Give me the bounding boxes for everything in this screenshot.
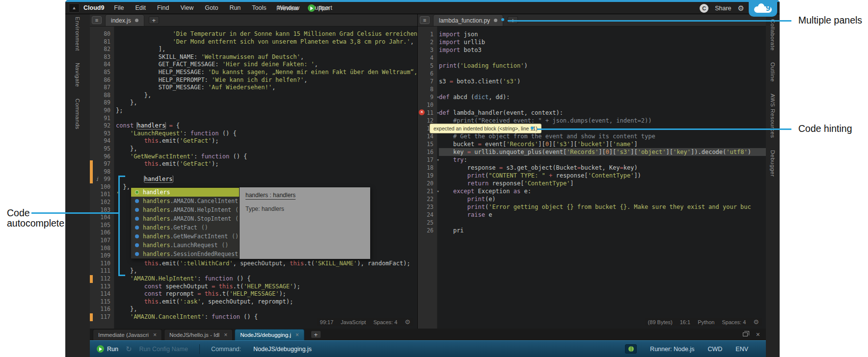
autocomplete-item-4[interactable]: handlers.GetFact () xyxy=(131,223,239,232)
maximize-icon[interactable] xyxy=(743,332,748,336)
rail-tab-debugger[interactable]: Debugger xyxy=(770,150,776,177)
code-line-21[interactable]: 21▾ except Exception as e: xyxy=(418,187,766,195)
new-tab-button[interactable]: + xyxy=(149,16,159,24)
run-config-name-field[interactable]: Run Config Name xyxy=(139,346,188,353)
autocomplete-item-5[interactable]: handlers.GetNewFactIntent () xyxy=(131,232,239,241)
debug-button[interactable] xyxy=(625,344,637,354)
autocomplete-item-2[interactable]: handlers.AMAZON.HelpIntent () xyxy=(131,205,239,214)
code-line-23[interactable]: 23 print('Error getting object {} from b… xyxy=(418,203,766,211)
rail-tab-environment[interactable]: Environment xyxy=(75,17,81,51)
code-line-22[interactable]: 22 print(e) xyxy=(418,195,766,203)
code-line-99[interactable]: i99 handlers xyxy=(90,176,417,183)
code-line-2[interactable]: 2import urllib xyxy=(418,38,766,46)
right-code-area[interactable]: 1import json2import urllib3import boto34… xyxy=(418,26,766,329)
rail-tab-aws-resources[interactable]: AWS Resources xyxy=(770,94,776,138)
code-line-6[interactable]: 6 xyxy=(418,70,766,77)
language-mode[interactable]: JavaScript xyxy=(341,319,366,325)
close-tab-icon[interactable]: × xyxy=(296,332,299,338)
code-line-93[interactable]: 93 'LaunchRequest': function () { xyxy=(90,130,417,138)
code-line-84[interactable]: 84 GET_FACT_MESSAGE: 'Hier sind deine Fa… xyxy=(90,61,417,69)
code-line-90[interactable]: 90}; xyxy=(90,107,417,115)
code-line-81[interactable]: 81 'Der Mond entfernt sich von unserem P… xyxy=(90,38,417,46)
code-line-18[interactable]: 18 response = s3.get_object(Bucket=bucke… xyxy=(418,164,766,172)
rail-tab-navigate[interactable]: Navigate xyxy=(75,63,81,87)
tab-list-icon[interactable]: ≡ xyxy=(420,16,430,24)
autocomplete-item-7[interactable]: handlers.SessionEndedRequest () xyxy=(131,250,239,258)
fold-arrow-icon[interactable]: ▾ xyxy=(437,93,439,101)
fold-arrow-icon[interactable]: ▾ xyxy=(437,109,439,117)
code-line-83[interactable]: 83 SKILL_NAME: 'Weltraumwissen auf Deuts… xyxy=(90,53,417,61)
code-line-8[interactable]: 8 xyxy=(418,85,766,93)
menu-item-find[interactable]: Find xyxy=(157,4,169,11)
code-line-15[interactable]: 15 bucket = event['Records'][0]['s3']['b… xyxy=(418,140,766,148)
code-line-4[interactable]: 4 xyxy=(418,54,766,62)
code-line-87[interactable]: 87 STOP_MESSAGE: 'Auf Wiedersehen!', xyxy=(90,84,417,92)
tab-index-js[interactable]: index.js xyxy=(105,14,144,26)
runner-selector[interactable]: Runner: Node.js xyxy=(650,346,694,353)
code-line-114[interactable]: 114 const reprompt = this.t('HELP_MESSAG… xyxy=(90,290,417,298)
console-tab-1[interactable]: NodeJS/hello.js - Idl× xyxy=(164,329,233,340)
menu-item-edit[interactable]: Edit xyxy=(136,4,146,11)
code-line-7[interactable]: 7s3 = boto3.client('s3') xyxy=(418,77,766,85)
run-button[interactable]: Run xyxy=(308,4,329,12)
code-line-91[interactable]: 91 xyxy=(90,115,417,123)
code-line-86[interactable]: 86 HELP_REPROMPT: 'Wie kann ich dir helf… xyxy=(90,76,417,84)
code-line-3[interactable]: 3import boto3 xyxy=(418,46,766,54)
code-line-26[interactable]: 26 pri xyxy=(418,227,766,234)
menu-item-goto[interactable]: Goto xyxy=(205,4,218,11)
editor-settings-gear-icon[interactable]: ⚙ xyxy=(753,319,759,325)
editor-settings-gear-icon[interactable]: ⚙ xyxy=(405,319,410,325)
close-console-icon[interactable]: × xyxy=(756,331,760,338)
menu-item-view[interactable]: View xyxy=(180,4,193,11)
fold-arrow-icon[interactable]: ▾ xyxy=(437,156,439,164)
collapse-menubar-button[interactable]: ▲ xyxy=(69,3,80,13)
code-line-11[interactable]: ✕11▾def lambda_handler(event, context): xyxy=(418,109,766,117)
code-line-16[interactable]: 16 key = urllib.unquote_plus(event['Reco… xyxy=(418,148,766,156)
code-line-19[interactable]: 19 print("CONTENT TYPE: " + response['Co… xyxy=(418,172,766,179)
command-value[interactable]: NodeJS/debugging.js xyxy=(253,346,312,353)
code-line-88[interactable]: 88 }, xyxy=(90,92,417,100)
gear-icon[interactable]: ⚙ xyxy=(738,4,744,12)
code-line-25[interactable]: 25 xyxy=(418,219,766,227)
code-line-20[interactable]: 20 return response['ContentType'] xyxy=(418,179,766,187)
code-line-116[interactable]: 116 }, xyxy=(90,306,417,313)
code-line-112[interactable]: 112 'AMAZON.HelpIntent': function () { xyxy=(90,275,417,283)
code-line-1[interactable]: 1import json xyxy=(418,30,766,38)
spaces-setting[interactable]: Spaces: 4 xyxy=(373,319,397,325)
code-line-113[interactable]: 113 const speechOutput = this.t('HELP_ME… xyxy=(90,283,417,291)
code-line-82[interactable]: 82 ], xyxy=(90,46,417,53)
console-tab-0[interactable]: Immediate (Javascri× xyxy=(93,329,162,340)
close-tab-icon[interactable]: × xyxy=(153,332,157,338)
preview-button[interactable]: Preview xyxy=(276,5,298,12)
code-line-85[interactable]: 85 HELP_MESSAGE: 'Du kannst sagen, „Nenn… xyxy=(90,69,417,76)
code-line-92[interactable]: 92const handlers = { xyxy=(90,122,417,130)
code-line-24[interactable]: 24 raise e xyxy=(418,211,766,219)
autocomplete-item-0[interactable]: handlers xyxy=(131,188,239,197)
rail-tab-outline[interactable]: Outline xyxy=(770,62,776,82)
code-line-115[interactable]: 115 this.emit(':ask', speechOutput, repr… xyxy=(90,298,417,306)
menu-item-tools[interactable]: Tools xyxy=(252,4,266,11)
code-line-80[interactable]: 80 'Die Temperatur in der Sonne kann 15 … xyxy=(90,30,417,38)
tab-lambda-function-py[interactable]: lambda_function.py xyxy=(433,14,503,26)
code-line-98[interactable]: 98 xyxy=(90,168,417,176)
code-line-94[interactable]: 94 this.emit('GetFact'); xyxy=(90,137,417,145)
spaces-setting[interactable]: Spaces: 4 xyxy=(722,319,746,325)
console-run-button[interactable]: Run xyxy=(97,345,118,353)
autocomplete-item-3[interactable]: handlers.AMAZON.StopIntent () xyxy=(131,214,239,223)
code-line-10[interactable]: 10 xyxy=(418,101,766,109)
close-tab-icon[interactable]: × xyxy=(224,332,227,338)
menu-item-run[interactable]: Run xyxy=(229,4,241,11)
code-line-95[interactable]: 95 }, xyxy=(90,145,417,153)
menu-item-file[interactable]: File xyxy=(114,4,124,11)
rail-tab-collaborate[interactable]: Collaborate xyxy=(770,19,776,51)
code-line-110[interactable]: 110 this.emit(':tellWithCard', speechOut… xyxy=(90,260,417,268)
code-line-89[interactable]: 89 }, xyxy=(90,99,417,107)
share-button[interactable]: Share xyxy=(715,5,731,12)
code-line-96[interactable]: 96 'GetNewFactIntent': function () { xyxy=(90,153,417,161)
avatar[interactable]: C xyxy=(700,4,708,13)
rail-tab-commands[interactable]: Commands xyxy=(75,99,81,129)
left-code-area[interactable]: 80 'Die Temperatur in der Sonne kann 15 … xyxy=(90,26,417,329)
language-mode[interactable]: Python xyxy=(698,319,714,325)
code-line-17[interactable]: 17▾ try: xyxy=(418,156,766,164)
cwd-button[interactable]: CWD xyxy=(707,346,722,353)
